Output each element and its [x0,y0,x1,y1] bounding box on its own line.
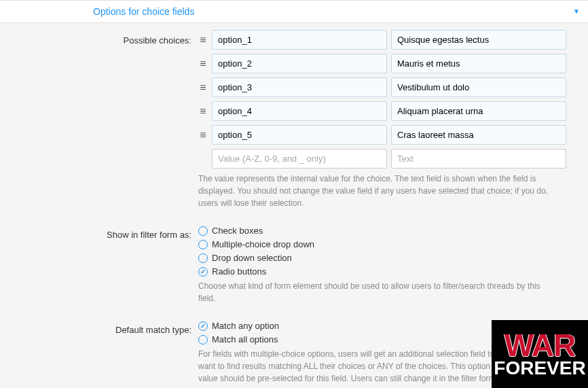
choice-value-input[interactable] [212,30,387,50]
default-match-label: Default match type: [8,319,198,335]
new-choice-value-input[interactable] [212,149,387,169]
radio-label: Drop down selection [212,253,292,263]
radio-icon [198,240,208,249]
radio-icon [198,253,208,263]
choice-text-input[interactable] [391,77,566,97]
radio-label: Radio buttons [212,266,266,277]
choice-value-input[interactable] [212,101,387,121]
choice-row: ≡ [198,77,572,97]
choice-text-input[interactable] [391,101,566,121]
choice-text-input[interactable] [391,30,566,50]
radio-label: Match any option [212,321,279,331]
watermark-logo: WAR FOREVER [492,320,588,388]
choice-row: ≡ [198,30,572,50]
drag-handle-icon[interactable]: ≡ [198,34,208,46]
section-header-choice-fields[interactable]: Options for choice fields ▼ [0,0,588,23]
radio-label: Multiple-choice drop down [212,239,314,249]
choice-text-input[interactable] [391,54,566,73]
filter-form-help: Choose what kind of form element should … [198,280,572,304]
drag-handle-icon[interactable]: ≡ [198,58,208,70]
filter-form-option[interactable]: Check boxes [198,226,572,236]
radio-label: Check boxes [212,226,263,236]
choice-row: ≡ [198,125,572,145]
watermark-line2: FOREVER [494,360,585,376]
possible-choices-label: Possible choices: [8,30,198,46]
radio-icon [198,335,208,345]
filter-form-label: Show in filter form as: [8,224,198,240]
radio-icon [198,267,208,277]
choices-help: The value represents the internal value … [198,173,572,209]
drag-handle-icon[interactable]: ≡ [198,129,208,141]
filter-form-radio-group: Check boxesMultiple-choice drop downDrop… [198,224,572,277]
choice-text-input[interactable] [391,125,566,145]
filter-form-option[interactable]: Multiple-choice drop down [198,239,572,249]
filter-form-option[interactable]: Radio buttons [198,266,572,277]
filter-form-option[interactable]: Drop down selection [198,253,572,263]
drag-handle-icon[interactable]: ≡ [198,82,208,94]
choice-value-input[interactable] [212,54,387,73]
choice-row: ≡ [198,101,572,121]
caret-down-icon: ▼ [573,7,580,15]
radio-label: Match all options [212,334,278,345]
watermark-line1: WAR [504,332,575,359]
choice-row: ≡ [198,54,572,73]
drag-handle-icon[interactable]: ≡ [198,105,208,118]
new-choice-text-input[interactable] [391,149,566,169]
choice-value-input[interactable] [212,77,387,97]
choices-container: ≡≡≡≡≡≡The value represents the internal … [198,30,580,209]
radio-icon [198,321,208,331]
choice-value-input[interactable] [212,125,387,145]
choice-row-new: ≡ [198,149,572,169]
section-title-link[interactable]: Options for choice fields [93,6,194,17]
radio-icon [198,226,208,236]
